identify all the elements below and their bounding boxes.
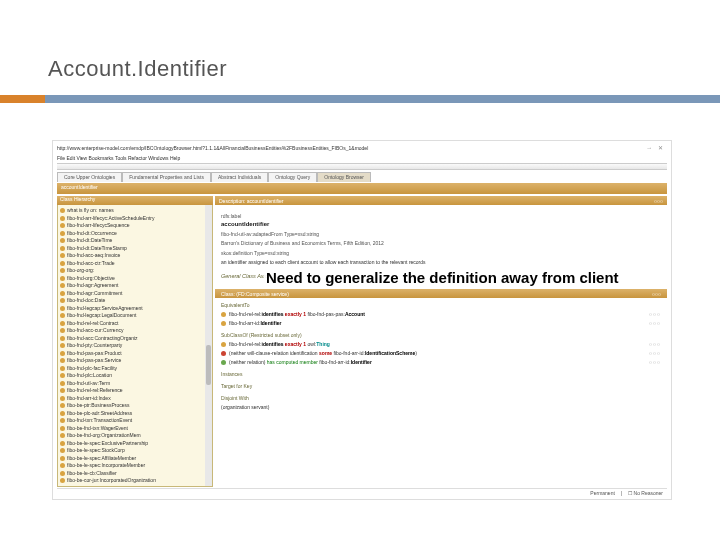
tree-item[interactable]: fibo-org-org: bbox=[60, 267, 210, 275]
tree-item[interactable]: fibo-fnd-arr-id:DateContent bbox=[60, 485, 210, 488]
tree-item[interactable]: fibo-fnd-rel-rel:Reference bbox=[60, 387, 210, 395]
tree-item[interactable]: fibo-fnd-dt:DateTimeStamp bbox=[60, 245, 210, 253]
accent-bar bbox=[0, 95, 720, 103]
tree-item-label: fibo-org-org: bbox=[67, 267, 94, 273]
tree-item[interactable]: fibo-be-le-spec:IncorporateMember bbox=[60, 462, 210, 470]
composite-subheader-text: Class: (FD:Composite service) bbox=[221, 291, 289, 297]
tree-item-label: fibo-fnd-pty:Counterparty bbox=[67, 342, 122, 348]
tree-item[interactable]: fibo-fnd-plc:Location bbox=[60, 372, 210, 380]
tree-item-label: fibo-fnd-arr-id:DateContent bbox=[67, 485, 126, 488]
composite-subheader-icons[interactable]: ○○○ bbox=[652, 291, 661, 297]
class-icon bbox=[60, 418, 65, 423]
adaptedfrom-value: Barron's Dictionary of Business and Econ… bbox=[221, 240, 661, 246]
tree-item[interactable]: fibo-fnd-arr-lifecyc:ActiveScheduleEntry bbox=[60, 215, 210, 223]
scrollbar-thumb[interactable] bbox=[206, 345, 211, 385]
tree-item[interactable]: fibo-fnd-txn:TransactionEvent bbox=[60, 417, 210, 425]
menu-bar[interactable]: File Edit View Bookmarks Tools Refactor … bbox=[57, 155, 180, 161]
tree-item-label: fibo-be-cor-jur:IncorporatedOrganization bbox=[67, 477, 156, 483]
subclass-text: fibo-fnd-rel-rel:identifies exactly 1 ow… bbox=[229, 341, 330, 347]
tree-item-label: fibo-fnd-agr:Agreement bbox=[67, 282, 118, 288]
row-action-icons[interactable]: ○○○ bbox=[649, 320, 661, 326]
tree-item[interactable]: fibo-fnd-arr-id:Index bbox=[60, 395, 210, 403]
tree-item[interactable]: what is fly on: names bbox=[60, 207, 210, 215]
tree-item[interactable]: fibo-fnd-acc-ctr:Trade bbox=[60, 260, 210, 268]
tree-item-label: fibo-fnd-arr-id:Index bbox=[67, 395, 111, 401]
tree-item[interactable]: fibo-fnd-pty:Counterparty bbox=[60, 342, 210, 350]
tree-item[interactable]: fibo-fnd-agr:Agreement bbox=[60, 282, 210, 290]
tree-item-label: what is fly on: names bbox=[67, 207, 114, 213]
tree-item[interactable]: fibo-fnd-acc:ContractingOrganiz bbox=[60, 335, 210, 343]
tab-0[interactable]: Core Upper Ontologies bbox=[57, 172, 122, 182]
tree-item-label: fibo-fnd-acc-cur:Currency bbox=[67, 327, 123, 333]
tree-item[interactable]: fibo-fnd-pas-pas:Product bbox=[60, 350, 210, 358]
label-value: accountIdentifier bbox=[221, 221, 661, 227]
class-icon bbox=[60, 366, 65, 371]
row-action-icons[interactable]: ○○○ bbox=[649, 311, 661, 317]
tab-2[interactable]: Abstract Individuals bbox=[211, 172, 268, 182]
class-icon bbox=[60, 291, 65, 296]
class-icon bbox=[60, 343, 65, 348]
bullet-icon bbox=[221, 321, 226, 326]
adaptedfrom-caption: fibo-fnd-utl-av:adaptedFrom Type=xsd:str… bbox=[221, 231, 661, 237]
class-tree[interactable]: what is fly on: namesfibo-fnd-arr-lifecy… bbox=[57, 205, 213, 487]
tree-item[interactable]: fibo-fnd-legcap:ServiceAgreement bbox=[60, 305, 210, 313]
tree-item[interactable]: fibo-be-fnd-org:OrganizationMem bbox=[60, 432, 210, 440]
instances-label: Instances bbox=[221, 371, 661, 377]
tree-item[interactable]: fibo-fnd-org:Objective bbox=[60, 275, 210, 283]
toolbar[interactable] bbox=[57, 163, 667, 170]
class-icon bbox=[60, 471, 65, 476]
tree-item-label: fibo-fnd-plc:Location bbox=[67, 372, 112, 378]
status-permanent: Permanent bbox=[590, 490, 614, 496]
tree-item-label: fibo-be-plc-adr:StreetAddress bbox=[67, 410, 132, 416]
app-screenshot: http://www.enterprise-model.com/emdp/IBC… bbox=[52, 140, 672, 500]
tree-item[interactable]: fibo-be-fnd-txn:WagerEvent bbox=[60, 425, 210, 433]
tree-item-label: fibo-be-fnd-org:OrganizationMem bbox=[67, 432, 141, 438]
tree-item[interactable]: fibo-be-ptr:BusinessProcess bbox=[60, 402, 210, 410]
tree-item[interactable]: fibo-fnd-agr:Commitment bbox=[60, 290, 210, 298]
panel-header-icons[interactable]: ○○○ bbox=[654, 198, 663, 204]
tree-item-label: fibo-fnd-acc-aeq:Invoice bbox=[67, 252, 120, 258]
tree-item[interactable]: fibo-be-le-spec:AffiliateMember bbox=[60, 455, 210, 463]
panel-header: Description: accountIdentifier ○○○ bbox=[215, 196, 667, 205]
tree-item-label: fibo-fnd-pas-pas:Service bbox=[67, 357, 121, 363]
tree-item[interactable]: fibo-fnd-legcap:LegalDocument bbox=[60, 312, 210, 320]
tab-row: Core Upper OntologiesFundamental Propert… bbox=[57, 172, 667, 182]
tree-item[interactable]: fibo-fnd-dt:DateTime bbox=[60, 237, 210, 245]
tree-item[interactable]: fibo-fnd-acc-cur:Currency bbox=[60, 327, 210, 335]
tree-item[interactable]: fibo-fnd-acc-aeq:Invoice bbox=[60, 252, 210, 260]
class-icon bbox=[60, 238, 65, 243]
tree-item[interactable]: fibo-fnd-dt:Occurrence bbox=[60, 230, 210, 238]
tree-item-label: fibo-fnd-rel-rel:Contract bbox=[67, 320, 118, 326]
row-action-icons[interactable]: ○○○ bbox=[649, 359, 661, 365]
equiv-text: fibo-fnd-rel-rel:identifies exactly 1 fi… bbox=[229, 311, 365, 317]
class-icon bbox=[60, 351, 65, 356]
tree-item[interactable]: fibo-fnd-doc:Date bbox=[60, 297, 210, 305]
tree-item[interactable]: fibo-fnd-arr-lifecycSequence bbox=[60, 222, 210, 230]
tree-item[interactable]: fibo-fnd-utl-av:Term bbox=[60, 380, 210, 388]
tab-4[interactable]: Ontology Browser bbox=[317, 172, 371, 182]
row-action-icons[interactable]: ○○○ bbox=[649, 350, 661, 356]
tree-item[interactable]: fibo-be-le-spec:ExclusivePartnership bbox=[60, 440, 210, 448]
disjoint-label: Disjoint With bbox=[221, 395, 661, 401]
tree-item[interactable]: fibo-fnd-pas-pas:Service bbox=[60, 357, 210, 365]
tree-item[interactable]: fibo-be-le-cb:Classifier bbox=[60, 470, 210, 478]
tree-item[interactable]: fibo-be-cor-jur:IncorporatedOrganization bbox=[60, 477, 210, 485]
tab-1[interactable]: Fundamental Properties and Lists bbox=[122, 172, 211, 182]
label-caption: rdfs:label bbox=[221, 213, 661, 219]
tree-item-label: fibo-fnd-org:Objective bbox=[67, 275, 115, 281]
tree-scrollbar[interactable] bbox=[205, 205, 212, 486]
address-bar[interactable]: http://www.enterprise-model.com/emdp/IBC… bbox=[57, 145, 667, 153]
tab-3[interactable]: Ontology Query bbox=[268, 172, 317, 182]
class-icon bbox=[60, 306, 65, 311]
tree-item-label: fibo-fnd-acc:ContractingOrganiz bbox=[67, 335, 138, 341]
address-controls[interactable]: → ✕ bbox=[646, 144, 665, 151]
class-icon bbox=[60, 321, 65, 326]
breadcrumb-bar: accountIdentifier bbox=[57, 183, 667, 194]
tree-item[interactable]: fibo-be-plc-adr:StreetAddress bbox=[60, 410, 210, 418]
row-action-icons[interactable]: ○○○ bbox=[649, 341, 661, 347]
tree-item-label: fibo-fnd-acc-ctr:Trade bbox=[67, 260, 115, 266]
tree-item[interactable]: fibo-fnd-rel-rel:Contract bbox=[60, 320, 210, 328]
composite-subheader: Class: (FD:Composite service) ○○○ bbox=[215, 289, 667, 298]
tree-item[interactable]: fibo-fnd-plc-fac:Facility bbox=[60, 365, 210, 373]
tree-item[interactable]: fibo-be-le-spec:StockCorp bbox=[60, 447, 210, 455]
